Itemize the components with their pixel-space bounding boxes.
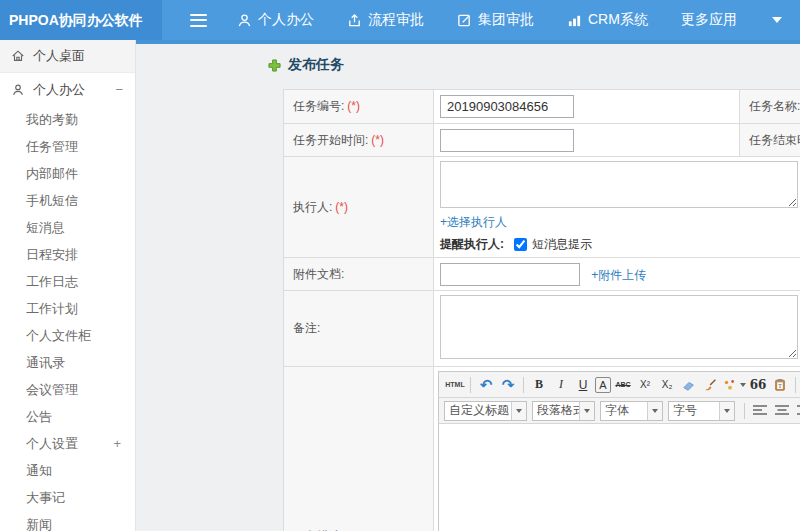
remark-label: 备注: — [284, 291, 434, 367]
main-content: 发布任务 任务编号:(*) 任务名称:(*) 任务开始时间:(*) 任务结 — [136, 40, 800, 531]
choose-executor-link[interactable]: +选择执行人 — [440, 215, 507, 229]
add-icon — [268, 59, 281, 72]
sidebar-item-notice[interactable]: 通知 — [0, 457, 135, 484]
emoticon-button[interactable] — [723, 375, 746, 395]
sparkle-icon — [723, 378, 737, 392]
start-time-input[interactable] — [440, 129, 574, 152]
sidebar: 个人桌面 个人办公 − 我的考勤 任务管理 内部邮件 手机短信 短消息 日程安排… — [0, 40, 136, 531]
top-header: PHPOA协同办公软件 个人办公 流程审批 集团审批 CRM系统 — [0, 0, 800, 40]
attachment-upload-link[interactable]: +附件上传 — [591, 268, 646, 282]
task-number-label: 任务编号:(*) — [284, 90, 434, 124]
format-brush-button[interactable] — [701, 375, 721, 395]
svg-text:T: T — [778, 382, 782, 388]
top-nav: 个人办公 流程审批 集团审批 CRM系统 更多应用 — [237, 11, 782, 29]
align-right-button[interactable] — [794, 401, 800, 421]
superscript-button[interactable]: X² — [635, 375, 655, 395]
task-name-label: 任务名称:(*) — [740, 90, 800, 124]
sidebar-item-desktop[interactable]: 个人桌面 — [0, 40, 135, 73]
subscript-button[interactable]: X₂ — [657, 375, 677, 395]
sidebar-item-task-management[interactable]: 任务管理 — [0, 133, 135, 160]
font-family-select[interactable]: 字体 — [600, 401, 663, 421]
remark-textarea[interactable] — [440, 295, 798, 359]
undo-button[interactable]: ↶ — [476, 375, 496, 395]
row-attachment: 附件文档: +附件上传 — [284, 258, 800, 291]
caret-down-icon — [579, 402, 594, 420]
custom-title-select[interactable]: 自定义标题 — [444, 401, 527, 421]
user-icon — [11, 83, 25, 97]
task-number-input[interactable] — [440, 95, 574, 118]
paragraph-format-select[interactable]: 段落格式 — [532, 401, 595, 421]
nav-crm-system[interactable]: CRM系统 — [567, 11, 648, 29]
home-icon — [11, 49, 25, 63]
highlight-button[interactable]: A — [595, 377, 611, 393]
align-left-icon — [753, 405, 767, 417]
description-label: 任务描述:(*) — [284, 367, 434, 531]
nav-personal-office[interactable]: 个人办公 — [237, 11, 314, 29]
remind-executor-label: 提醒执行人: — [440, 236, 504, 253]
align-left-button[interactable] — [750, 401, 770, 421]
sidebar-item-work-plan[interactable]: 工作计划 — [0, 295, 135, 322]
html-source-button[interactable]: HTML — [445, 375, 465, 395]
strikethrough-button[interactable]: ABC — [613, 375, 633, 395]
sidebar-item-internal-mail[interactable]: 内部邮件 — [0, 160, 135, 187]
font-size-select[interactable]: 字号 — [668, 401, 735, 421]
attachment-input[interactable] — [440, 263, 580, 286]
sidebar-item-personal-office[interactable]: 个人办公 − — [0, 73, 135, 106]
user-icon — [237, 13, 252, 28]
editor-toolbar-row2: 自定义标题 段落格式 字体 字号 — [439, 398, 800, 424]
row-start-time: 任务开始时间:(*) 任务结束时间:(*) — [284, 124, 800, 157]
sidebar-item-personal-settings[interactable]: 个人设置 + — [0, 430, 135, 457]
sidebar-item-meeting-management[interactable]: 会议管理 — [0, 376, 135, 403]
sidebar-item-contacts[interactable]: 通讯录 — [0, 349, 135, 376]
sidebar-item-file-cabinet[interactable]: 个人文件柜 — [0, 322, 135, 349]
clipboard-icon: T — [773, 378, 787, 392]
eraser-button[interactable] — [679, 375, 699, 395]
sidebar-item-news[interactable]: 新闻 — [0, 511, 135, 531]
redo-button[interactable]: ↷ — [498, 375, 518, 395]
row-task-number: 任务编号:(*) 任务名称:(*) — [284, 90, 800, 124]
executor-textarea[interactable] — [440, 161, 798, 208]
sidebar-item-schedule[interactable]: 日程安排 — [0, 241, 135, 268]
nav-process-approval[interactable]: 流程审批 — [347, 11, 424, 29]
nav-group-approval[interactable]: 集团审批 — [457, 11, 534, 29]
page-title: 发布任务 — [268, 56, 344, 74]
caret-down-icon — [740, 383, 746, 387]
caret-down-icon — [719, 402, 734, 420]
executor-label: 执行人:(*) — [284, 157, 434, 258]
row-description: 任务描述:(*) HTML ↶ ↷ B I U A ABC X — [284, 367, 800, 531]
editor-content-area[interactable] — [439, 424, 800, 531]
app-logo[interactable]: PHPOA协同办公软件 — [0, 0, 162, 40]
sidebar-item-work-log[interactable]: 工作日志 — [0, 268, 135, 295]
caret-down-icon — [511, 402, 526, 420]
sidebar-item-events[interactable]: 大事记 — [0, 484, 135, 511]
start-time-label: 任务开始时间:(*) — [284, 124, 434, 157]
sidebar-item-attendance[interactable]: 我的考勤 — [0, 106, 135, 133]
task-form: 任务编号:(*) 任务名称:(*) 任务开始时间:(*) 任务结束时间:(*) — [283, 89, 800, 531]
underline-button[interactable]: U — [573, 375, 593, 395]
sms-remind-label: 短消息提示 — [532, 236, 592, 253]
end-time-label: 任务结束时间:(*) — [740, 124, 800, 157]
row-remark: 备注: — [284, 291, 800, 367]
chart-icon — [567, 13, 582, 28]
edit-icon — [457, 13, 472, 28]
italic-button[interactable]: I — [551, 375, 571, 395]
sidebar-item-short-message[interactable]: 短消息 — [0, 214, 135, 241]
caret-down-icon[interactable] — [772, 17, 782, 23]
eraser-icon — [682, 378, 696, 392]
align-center-icon — [775, 405, 789, 417]
nav-more-apps[interactable]: 更多应用 — [681, 11, 737, 29]
sidebar-item-announcement[interactable]: 公告 — [0, 403, 135, 430]
editor-toolbar-row1: HTML ↶ ↷ B I U A ABC X² X₂ — [439, 372, 800, 398]
paste-button[interactable]: T — [770, 375, 790, 395]
sms-remind-checkbox[interactable] — [514, 238, 527, 251]
collapse-icon[interactable]: − — [115, 82, 123, 97]
sidebar-item-phone-sms[interactable]: 手机短信 — [0, 187, 135, 214]
rich-text-editor: HTML ↶ ↷ B I U A ABC X² X₂ — [438, 371, 800, 531]
expand-icon[interactable]: + — [113, 430, 121, 457]
attachment-label: 附件文档: — [284, 258, 434, 291]
bold-button[interactable]: B — [529, 375, 549, 395]
quote-button[interactable]: 66 — [748, 375, 768, 395]
menu-toggle-icon[interactable] — [190, 14, 207, 27]
align-center-button[interactable] — [772, 401, 792, 421]
row-executor: 执行人:(*) +选择执行人 提醒执行人: 短消息提示 — [284, 157, 800, 258]
